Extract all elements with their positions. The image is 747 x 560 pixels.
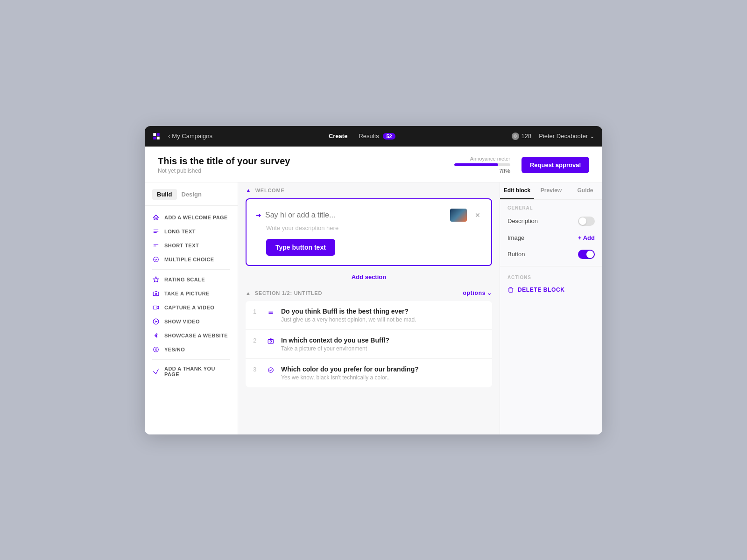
sidebar-item-thank-you[interactable]: ADD A THANK YOU PAGE bbox=[145, 363, 238, 380]
svg-point-22 bbox=[268, 368, 274, 373]
question-text: In which context do you use Buffl? bbox=[281, 336, 485, 344]
delete-block-row[interactable]: DELETE BLOCK bbox=[500, 282, 602, 298]
welcome-block[interactable]: ➜ ✕ Write your description here Type but… bbox=[246, 198, 492, 266]
yesno-icon bbox=[152, 346, 160, 353]
sidebar: Build Design ADD A WELCOME PAGE LONG TEX… bbox=[145, 182, 238, 434]
svg-rect-8 bbox=[154, 245, 156, 246]
tab-edit-block[interactable]: Edit block bbox=[500, 182, 534, 199]
video-icon bbox=[152, 304, 160, 311]
survey-header: This is the title of your survey Not yet… bbox=[145, 147, 602, 182]
svg-point-21 bbox=[270, 341, 272, 343]
camera-icon bbox=[152, 290, 160, 297]
welcome-image-thumbnail bbox=[450, 209, 467, 222]
top-nav: ‹ My Campaigns Create Results 52 © 128 P… bbox=[145, 126, 602, 147]
svg-rect-13 bbox=[153, 306, 157, 309]
section-options-chevron: ⌄ bbox=[487, 290, 492, 296]
svg-rect-0 bbox=[153, 133, 156, 136]
trash-icon bbox=[507, 287, 514, 293]
app-logo bbox=[152, 132, 161, 140]
table-row[interactable]: 1 Do you think Buffl is the best thing e… bbox=[246, 301, 492, 330]
question-number: 2 bbox=[253, 336, 261, 344]
middle-panel: ▲ WELCOME ➜ ✕ Write your description her… bbox=[238, 182, 500, 434]
tab-guide[interactable]: Guide bbox=[568, 182, 602, 199]
welcome-section-label: WELCOME bbox=[255, 188, 285, 193]
survey-title[interactable]: This is the title of your survey bbox=[158, 156, 290, 167]
sidebar-item-showcase-website[interactable]: SHOWCASE A WEBSITE bbox=[145, 329, 238, 343]
survey-status: Not yet published bbox=[158, 168, 290, 174]
question-text: Which color do you prefer for our brandi… bbox=[281, 365, 485, 373]
long-text-icon bbox=[152, 228, 160, 235]
back-link[interactable]: ‹ My Campaigns bbox=[168, 133, 212, 140]
annoyance-percent: 78% bbox=[499, 168, 510, 175]
sidebar-item-multiple-choice[interactable]: MULTIPLE CHOICE bbox=[145, 252, 238, 266]
svg-rect-17 bbox=[268, 311, 273, 311]
description-toggle[interactable] bbox=[578, 217, 595, 226]
svg-point-12 bbox=[155, 293, 157, 294]
svg-rect-23 bbox=[509, 288, 513, 292]
table-row[interactable]: 2 In which context do you use Buffl? Tak… bbox=[246, 330, 492, 359]
main-content: Build Design ADD A WELCOME PAGE LONG TEX… bbox=[145, 182, 602, 434]
svg-point-9 bbox=[154, 257, 159, 262]
sidebar-item-capture-video[interactable]: CAPTURE A VIDEO bbox=[145, 301, 238, 315]
tab-design[interactable]: Design bbox=[177, 189, 206, 200]
welcome-close-button[interactable]: ✕ bbox=[473, 211, 482, 219]
user-menu[interactable]: Pieter Decabooter ⌄ bbox=[539, 133, 595, 140]
sidebar-item-short-text[interactable]: SHORT TEXT bbox=[145, 238, 238, 252]
coin-icon: © bbox=[512, 133, 519, 140]
sidebar-item-show-video[interactable]: SHOW VIDEO bbox=[145, 315, 238, 329]
questions-list: 1 Do you think Buffl is the best thing e… bbox=[246, 301, 492, 387]
sidebar-item-rating-scale[interactable]: RATING SCALE bbox=[145, 273, 238, 287]
question-sub: Yes we know, black isn't technically a c… bbox=[281, 374, 485, 381]
play-icon bbox=[152, 318, 160, 325]
sidebar-item-welcome[interactable]: ADD A WELCOME PAGE bbox=[145, 210, 238, 224]
svg-rect-19 bbox=[268, 313, 273, 314]
right-panel: Edit block Preview Guide GENERAL Descrip… bbox=[500, 182, 602, 434]
tab-preview[interactable]: Preview bbox=[534, 182, 568, 199]
results-nav-link[interactable]: Results 52 bbox=[359, 131, 395, 141]
question-text: Do you think Buffl is the best thing eve… bbox=[281, 308, 485, 315]
short-text-icon bbox=[152, 242, 160, 249]
add-section-button[interactable]: Add section bbox=[238, 269, 500, 285]
description-label: Description bbox=[507, 217, 538, 224]
welcome-title-input[interactable] bbox=[265, 211, 446, 219]
svg-rect-18 bbox=[268, 312, 273, 312]
section-collapse-icon[interactable]: ▲ bbox=[246, 290, 251, 296]
svg-rect-7 bbox=[154, 244, 159, 245]
section-bar: ▲ SECTION 1/2: UNTITLED options ⌄ bbox=[238, 285, 500, 301]
welcome-cta-button[interactable]: Type button text bbox=[266, 239, 335, 256]
tab-build[interactable]: Build bbox=[152, 189, 177, 200]
rating-scale-icon bbox=[152, 276, 160, 283]
request-approval-button[interactable]: Request approval bbox=[521, 157, 589, 173]
question-number: 1 bbox=[253, 308, 261, 315]
website-icon bbox=[152, 332, 160, 339]
right-panel-tabs: Edit block Preview Guide bbox=[500, 182, 602, 200]
svg-rect-6 bbox=[154, 232, 157, 232]
annoyance-label: Annoyance meter bbox=[470, 156, 510, 161]
section-label: SECTION 1/2: UNTITLED bbox=[255, 290, 323, 296]
question-sub: Take a picture of your environment bbox=[281, 345, 485, 352]
image-label: Image bbox=[507, 234, 524, 241]
drag-icon bbox=[266, 308, 275, 317]
sidebar-item-long-text[interactable]: LONG TEXT bbox=[145, 224, 238, 238]
button-toggle[interactable] bbox=[578, 250, 595, 259]
multiple-choice-icon bbox=[152, 256, 160, 263]
thankyou-icon bbox=[152, 368, 160, 375]
welcome-collapse-icon[interactable]: ▲ bbox=[246, 187, 252, 194]
create-nav-link[interactable]: Create bbox=[329, 131, 347, 141]
section-options-button[interactable]: options ⌄ bbox=[463, 290, 493, 296]
sidebar-item-yesno[interactable]: YES/NO bbox=[145, 343, 238, 357]
delete-block-label: DELETE BLOCK bbox=[518, 287, 565, 293]
description-row: Description bbox=[500, 212, 602, 230]
image-row: Image + Add bbox=[500, 230, 602, 245]
svg-rect-2 bbox=[153, 136, 156, 139]
image-add-link[interactable]: + Add bbox=[578, 234, 595, 241]
welcome-section-header: ▲ WELCOME bbox=[238, 182, 500, 198]
svg-rect-4 bbox=[154, 229, 159, 230]
welcome-description: Write your description here bbox=[256, 224, 482, 231]
results-badge: 52 bbox=[383, 133, 395, 140]
sidebar-item-take-picture[interactable]: TAKE A PICTURE bbox=[145, 287, 238, 301]
annoyance-bar bbox=[454, 163, 510, 166]
svg-marker-15 bbox=[155, 320, 158, 322]
actions-section-label: ACTIONS bbox=[500, 269, 602, 282]
table-row[interactable]: 3 Which color do you prefer for our bran… bbox=[246, 359, 492, 387]
